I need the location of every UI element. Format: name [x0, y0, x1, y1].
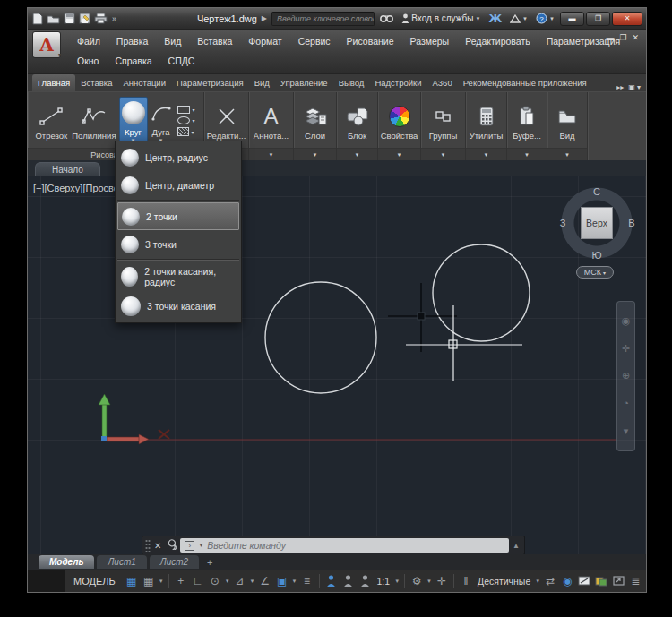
customize-menu-icon[interactable]: ≣ [627, 572, 643, 590]
circle-button[interactable]: Круг ▼ [119, 97, 148, 145]
ribbon-tab-home[interactable]: Главная [32, 74, 75, 91]
ribbon-tab-addins[interactable]: Надстройки [369, 74, 426, 91]
lineweight-icon[interactable]: ≡ [299, 572, 315, 590]
modify-button[interactable]: Редакти... [205, 101, 248, 141]
menu-dimensions[interactable]: Размеры [402, 34, 458, 48]
ribbon-overflow-icon[interactable]: ▸▸ [616, 83, 624, 91]
ribbon-tab-parametric[interactable]: Параметризация [171, 74, 249, 91]
hardware-acceleration-icon[interactable] [576, 572, 592, 590]
application-logo[interactable]: A ▾ [32, 31, 61, 58]
ribbon-tab-featured-apps[interactable]: Рекомендованные приложения [458, 74, 592, 91]
chevron-down-icon[interactable]: ▼ [426, 578, 433, 584]
ribbon-collapse-icon[interactable]: ▣ ▾ [628, 83, 641, 91]
maximize-button[interactable]: ❐ [586, 12, 610, 26]
block-button[interactable]: Блок [344, 101, 371, 141]
menu-modify[interactable]: Редактировать [457, 34, 538, 48]
new-layout-button[interactable]: + [202, 557, 218, 568]
menu-format[interactable]: Формат [240, 34, 289, 48]
new-file-icon[interactable] [31, 12, 44, 26]
qat-more-icon[interactable]: » [110, 14, 117, 23]
mdi-close-button[interactable]: ✕ [632, 33, 639, 42]
panel-title-block[interactable]: ▼ [337, 148, 377, 160]
graphics-performance-icon[interactable]: ◉ [559, 572, 575, 590]
menu-item-2-points[interactable]: 2 точки [117, 202, 239, 230]
layers-button[interactable]: Слои [302, 101, 329, 141]
annotation-visibility-icon[interactable] [323, 572, 340, 590]
orbit-icon[interactable]: ◔ [623, 398, 629, 408]
dynamic-input-icon[interactable]: + [173, 572, 189, 590]
chevron-down-icon[interactable]: ▼ [534, 578, 541, 584]
wrench-icon[interactable] [165, 537, 177, 553]
clipboard-button[interactable]: Буфе... [511, 101, 543, 141]
command-line-bar[interactable]: ✕ › ▼ Введите команду ▲ [142, 536, 525, 554]
search-binoculars-icon[interactable] [377, 13, 396, 23]
menu-edit[interactable]: Правка [108, 34, 156, 48]
drawn-circle-2[interactable] [433, 244, 530, 341]
close-button[interactable]: ✕ [612, 12, 642, 26]
annotation-scale-value[interactable]: 1:1 [375, 576, 393, 587]
grid-toggle-icon[interactable]: ▦ [124, 572, 140, 590]
panel-title-layers[interactable]: ▼ [294, 148, 336, 160]
crosshair-plus-icon[interactable]: ✛ [434, 572, 450, 590]
viewcube-south[interactable]: Ю [591, 250, 601, 261]
layout-tab-layout1[interactable]: Лист1 [97, 555, 146, 569]
object-snap-tracking-icon[interactable]: ∠ [257, 572, 273, 590]
menu-help[interactable]: Справка [107, 54, 159, 68]
groups-button[interactable]: Группы [427, 101, 460, 141]
layout-tab-layout2[interactable]: Лист2 [150, 555, 199, 569]
menu-service[interactable]: Сервис [290, 34, 339, 48]
command-input[interactable]: › ▼ Введите команду [180, 538, 509, 553]
panel-title-properties[interactable]: ▼ [378, 148, 420, 160]
exchange-x-icon[interactable]: Ж [486, 13, 504, 25]
line-button[interactable]: Отрезок [33, 101, 69, 141]
zoom-icon[interactable]: ⊕ [622, 371, 630, 381]
ribbon-tab-manage[interactable]: Управление [275, 74, 333, 91]
menu-item-center-radius[interactable]: Центр, радиус [117, 143, 239, 171]
wcs-button[interactable]: МСК ▾ [576, 266, 614, 279]
properties-button[interactable]: Свойства [379, 101, 420, 141]
close-command-line-icon[interactable]: ✕ [154, 541, 161, 551]
menu-item-tan-tan-tan[interactable]: 3 точки касания [117, 291, 239, 321]
render-settings-icon[interactable] [593, 572, 609, 590]
minimize-button[interactable]: ▬ [560, 12, 584, 26]
layout-tab-model[interactable]: Модель [39, 555, 94, 569]
navigation-wheel-icon[interactable]: ◉ [622, 316, 631, 326]
ellipse-tool[interactable]: ▾ [177, 116, 195, 124]
ortho-icon[interactable]: ∟ [190, 572, 206, 590]
navigation-bar[interactable]: ◉ ✛ ⊕ ◔ ▾ [616, 301, 635, 451]
clean-screen-icon[interactable]: ⇄ [542, 572, 558, 590]
viewcube-face-top[interactable]: Верх [581, 207, 613, 239]
help-menu[interactable]: ? ▼ [533, 13, 557, 24]
model-space-label[interactable]: МОДЕЛЬ [66, 576, 123, 587]
annotate-button[interactable]: А Аннота... [252, 101, 290, 141]
search-input[interactable]: Введите ключевое слово/фразу [271, 12, 375, 26]
menu-spds[interactable]: СПДС [160, 54, 203, 68]
mdi-restore-button[interactable]: ❐ [619, 33, 626, 42]
arc-button[interactable]: Дуга ▼ [149, 98, 174, 144]
menu-item-center-diameter[interactable]: Центр, диаметр [117, 171, 239, 199]
rectangle-tool[interactable]: ▾ [177, 106, 195, 114]
nav-more-icon[interactable]: ▾ [624, 426, 629, 436]
ucs-icon[interactable] [99, 394, 169, 444]
save-icon[interactable] [63, 12, 75, 26]
utilities-button[interactable]: Утилиты [468, 101, 505, 141]
annotation-scale-icon[interactable] [358, 572, 374, 590]
save-as-icon[interactable] [79, 12, 91, 26]
signin-menu[interactable]: Вход в службы ▼ [399, 13, 483, 23]
chevron-down-icon[interactable]: ▼ [158, 578, 165, 584]
alert-menu[interactable]: ▼ [507, 14, 530, 23]
chevron-down-icon[interactable]: ▼ [224, 578, 231, 584]
viewcube-north[interactable]: С [593, 186, 600, 197]
isolate-objects-icon[interactable]: ‖ [458, 572, 474, 590]
menu-item-3-points[interactable]: 3 точки [117, 230, 239, 258]
hatch-tool[interactable]: ▾ [177, 127, 195, 136]
ribbon-tab-output[interactable]: Вывод [333, 74, 370, 91]
ribbon-tab-annotate[interactable]: Аннотации [117, 74, 171, 91]
plot-icon[interactable] [94, 12, 108, 26]
object-snap-icon[interactable]: ▣ [274, 572, 290, 590]
viewcube-west[interactable]: З [560, 218, 566, 228]
menu-insert[interactable]: Вставка [189, 34, 240, 48]
panel-title-annotate[interactable]: ▼ [249, 148, 293, 160]
ribbon-tab-view[interactable]: Вид [249, 74, 275, 91]
drag-grip[interactable] [145, 539, 151, 552]
